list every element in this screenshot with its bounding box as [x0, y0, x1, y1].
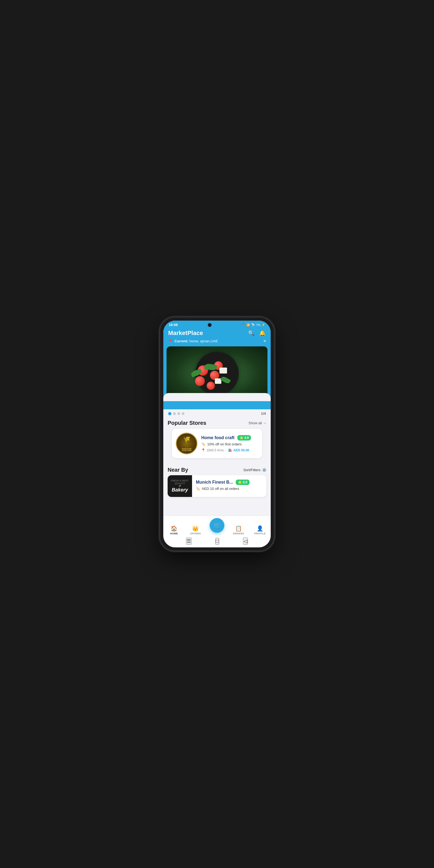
bag-icon: 🛍️: [228, 448, 232, 452]
bakery-rating-value: 0.0: [243, 480, 247, 484]
bottom-spacer: [163, 499, 271, 504]
status-time: 18:08: [169, 323, 178, 327]
popular-stores-title: Popular Stores: [167, 420, 206, 426]
offer-icon: 🏷️: [201, 442, 206, 446]
rating-value: 4.0: [244, 436, 249, 440]
location-pin-icon: 📍: [168, 339, 173, 343]
store-card-food-craft[interactable]: 🌾 Food Craft Home food craft ⭐ 4.0: [172, 429, 262, 458]
cheese-1: [219, 368, 227, 373]
bakery-offer-text: AED 10 off on all orders: [202, 487, 239, 491]
offers-icon: 👑: [192, 525, 199, 532]
cart-fab-button[interactable]: 🛒: [210, 518, 224, 533]
curve-divider: [163, 393, 271, 401]
dots-left: [168, 412, 184, 415]
home-icon: 🏠: [170, 525, 177, 532]
banner-section: [163, 346, 271, 409]
location-row: 📍 Current: home, ajman,UAE >: [168, 339, 266, 343]
min-order-item: 🛍️ AED 50.00: [228, 448, 249, 452]
location-left: 📍 Current: home, ajman,UAE: [168, 339, 218, 343]
nav-profile[interactable]: 👤 PROFILE: [249, 525, 271, 535]
home-button[interactable]: □: [215, 538, 219, 545]
bakery-offer-row: 🏷️ AED 10 off on all orders: [196, 487, 263, 491]
bakery-rating-badge: ⭐ 0.0: [236, 479, 250, 485]
location-value: home, ajman,UAE: [189, 339, 218, 343]
location-label: Current:: [175, 339, 188, 343]
banner-dots: 1/4: [163, 409, 271, 416]
filter-icon: ⚙️: [262, 468, 267, 472]
orders-label: ORDERS: [233, 532, 244, 535]
search-button[interactable]: 🔍: [248, 330, 255, 336]
popular-stores-list: 🌾 Food Craft Home food craft ⭐ 4.0: [167, 429, 267, 461]
show-all-button[interactable]: Show all →: [248, 421, 267, 425]
status-bar: 18:08 📍 📶 📡 7% ⚡: [163, 321, 271, 328]
bakery-card-munich[interactable]: FRESH & BEST QUALITY 🌾 Bakery Munich Fin…: [167, 475, 267, 497]
store-info-food-craft: Home food craft ⭐ 4.0 🏷️ 10% off on firs…: [201, 435, 258, 452]
store-name-food-craft: Home food craft: [201, 435, 235, 440]
slide-count: 1/4: [261, 411, 266, 415]
signal-icon: 📡: [251, 323, 255, 327]
notifications-button[interactable]: 🔔: [259, 330, 266, 336]
location-icon: 📍: [241, 323, 245, 327]
banner-image[interactable]: [166, 346, 268, 401]
nearby-title: Near By: [167, 467, 188, 473]
nearby-header: Near By Sort/Filters ⚙️: [163, 464, 271, 475]
bottom-nav: 🏠 HOME 👑 OFFERS 🛒 📋 ORDERS 👤 PROFILE: [163, 516, 271, 536]
bakery-offer-icon: 🏷️: [196, 487, 200, 491]
popular-stores-header: Popular Stores Show all →: [167, 420, 267, 426]
battery-text: 7%: [256, 323, 260, 327]
cart-fab-icon: 🛒: [214, 522, 221, 529]
food-craft-text: Food Craft: [182, 450, 191, 452]
app-title: MarketPlace: [168, 330, 203, 337]
nav-orders[interactable]: 📋 ORDERS: [228, 525, 249, 535]
sort-filter-button[interactable]: Sort/Filters ⚙️: [243, 468, 267, 472]
wheat-icon: 🌾: [183, 436, 190, 442]
dot-3[interactable]: [177, 412, 180, 415]
rating-badge-food-craft: ⭐ 4.0: [237, 435, 251, 440]
distance-value: 1840.5 Kms: [207, 448, 224, 452]
bakery-wheat-icon: 🌾: [167, 485, 192, 487]
header-icons: 🔍 🔔: [248, 330, 266, 336]
camera-notch: [208, 323, 212, 327]
phone-screen: 18:08 📍 📶 📡 7% ⚡ MarketPlace 🔍 🔔: [163, 321, 271, 547]
nav-cart[interactable]: 🛒: [206, 518, 227, 535]
profile-icon: 👤: [257, 525, 264, 532]
menu-button[interactable]: ☰: [186, 538, 191, 545]
scroll-content: 1/4 Popular Stores Show all → 🌾 Food Cra…: [163, 346, 271, 516]
charging-icon: ⚡: [261, 323, 265, 327]
dot-2[interactable]: [173, 412, 176, 415]
bakery-image: FRESH & BEST QUALITY 🌾 Bakery: [167, 475, 192, 497]
phone-frame: 18:08 📍 📶 📡 7% ⚡ MarketPlace 🔍 🔔: [160, 317, 274, 551]
dot-4[interactable]: [182, 412, 184, 415]
orders-icon: 📋: [235, 525, 242, 532]
offer-text: 10% off on first orders: [207, 442, 242, 446]
min-order-value: AED 50.00: [233, 448, 249, 452]
bakery-logo-main: Bakery: [172, 487, 188, 493]
bakery-name-row: Munich Finest B... ⭐ 0.0: [196, 479, 263, 485]
bakery-logo-small: FRESH & BEST QUALITY: [167, 479, 192, 485]
tomato-5: [207, 382, 215, 390]
distance-item: 📍 1840.5 Kms: [201, 448, 224, 452]
food-craft-logo: 🌾 Food Craft: [176, 433, 197, 454]
bakery-star-icon: ⭐: [238, 480, 242, 484]
system-nav: ☰ □ ◁: [163, 536, 271, 547]
status-icons: 📍 📶 📡 7% ⚡: [241, 323, 265, 327]
store-name-row: Home food craft ⭐ 4.0: [201, 435, 258, 440]
bakery-name: Munich Finest B...: [196, 480, 233, 485]
wifi-icon: 📶: [246, 323, 250, 327]
bakery-info: Munich Finest B... ⭐ 0.0 🏷️ AED 10 off o…: [196, 476, 267, 496]
nav-offers[interactable]: 👑 OFFERS: [185, 525, 206, 535]
offers-label: OFFERS: [190, 532, 201, 535]
home-label: HOME: [170, 532, 178, 535]
location-text: Current: home, ajman,UAE: [175, 339, 218, 343]
profile-label: PROFILE: [254, 532, 266, 535]
tomato-3: [195, 376, 205, 386]
distance-icon: 📍: [201, 448, 205, 452]
store-meta-row: 📍 1840.5 Kms 🛍️ AED 50.00: [201, 448, 258, 452]
dot-1[interactable]: [168, 412, 172, 415]
location-chevron-icon[interactable]: >: [264, 339, 266, 343]
header-row: MarketPlace 🔍 🔔: [168, 330, 266, 337]
back-button[interactable]: ◁: [243, 538, 248, 545]
sort-filter-label: Sort/Filters: [243, 468, 260, 472]
bakery-logo-content: FRESH & BEST QUALITY 🌾 Bakery: [167, 479, 192, 493]
nav-home[interactable]: 🏠 HOME: [163, 525, 185, 535]
